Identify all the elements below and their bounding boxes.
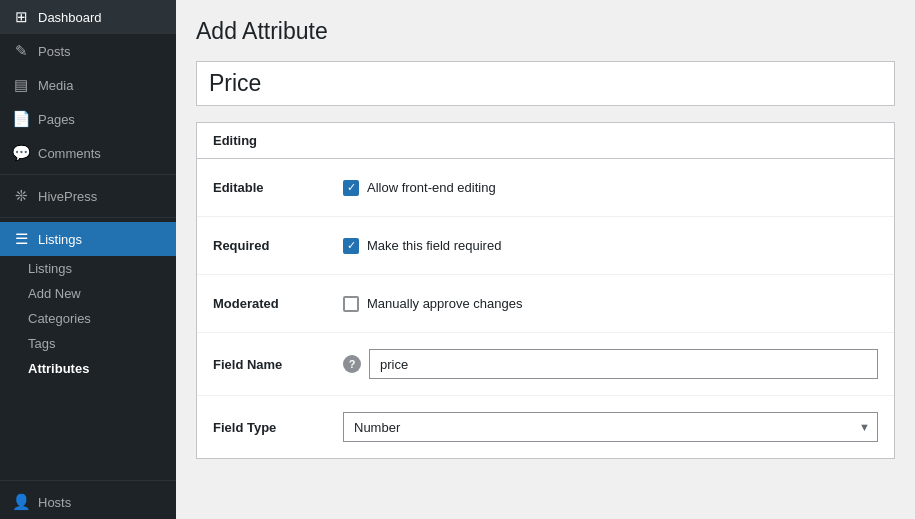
attribute-name-input[interactable] <box>196 61 895 106</box>
required-label: Required <box>213 238 343 253</box>
sidebar-item-label: Comments <box>38 146 101 161</box>
sidebar-sub-item-listings[interactable]: Listings <box>0 256 176 281</box>
active-arrow <box>170 222 176 256</box>
required-control: ✓ Make this field required <box>343 238 878 254</box>
sub-item-label: Add New <box>28 286 81 301</box>
editable-checkbox[interactable]: ✓ <box>343 180 359 196</box>
posts-icon: ✎ <box>12 42 30 60</box>
editing-section: Editing Editable ✓ Allow front-end editi… <box>196 122 895 459</box>
sub-item-label: Listings <box>28 261 72 276</box>
listings-icon: ☰ <box>12 230 30 248</box>
sidebar-divider-2 <box>0 217 176 218</box>
sidebar-divider-3 <box>0 480 176 481</box>
moderated-control: Manually approve changes <box>343 296 878 312</box>
sidebar-item-label: Listings <box>38 232 82 247</box>
field-type-select-wrapper: Number Text Textarea Select Checkbox Dat… <box>343 412 878 442</box>
field-name-control: ? <box>343 349 878 379</box>
comments-icon: 💬 <box>12 144 30 162</box>
sidebar-item-label: Hosts <box>38 495 71 510</box>
page-title: Add Attribute <box>196 18 895 45</box>
editable-checkbox-wrapper: ✓ Allow front-end editing <box>343 180 496 196</box>
sidebar-sub-item-tags[interactable]: Tags <box>0 331 176 356</box>
main-content: Add Attribute Editing Editable ✓ Allow f… <box>176 0 915 519</box>
dashboard-icon: ⊞ <box>12 8 30 26</box>
moderated-checkbox[interactable] <box>343 296 359 312</box>
sidebar-divider <box>0 174 176 175</box>
editable-label: Editable <box>213 180 343 195</box>
sidebar-item-label: Media <box>38 78 73 93</box>
required-checkbox-label: Make this field required <box>367 238 501 253</box>
sidebar-item-media[interactable]: ▤ Media <box>0 68 176 102</box>
sidebar-item-posts[interactable]: ✎ Posts <box>0 34 176 68</box>
sidebar-item-pages[interactable]: 📄 Pages <box>0 102 176 136</box>
sidebar-item-comments[interactable]: 💬 Comments <box>0 136 176 170</box>
sidebar-sub-item-categories[interactable]: Categories <box>0 306 176 331</box>
sidebar-item-hivepress[interactable]: ❊ HivePress <box>0 179 176 213</box>
editable-checkbox-label: Allow front-end editing <box>367 180 496 195</box>
required-checkbox-wrapper: ✓ Make this field required <box>343 238 501 254</box>
sidebar-sub-item-add-new[interactable]: Add New <box>0 281 176 306</box>
field-row-moderated: Moderated Manually approve changes <box>197 275 894 333</box>
field-type-select[interactable]: Number Text Textarea Select Checkbox Dat… <box>343 412 878 442</box>
sidebar-item-dashboard[interactable]: ⊞ Dashboard <box>0 0 176 34</box>
field-row-required: Required ✓ Make this field required <box>197 217 894 275</box>
sub-item-label: Categories <box>28 311 91 326</box>
editable-control: ✓ Allow front-end editing <box>343 180 878 196</box>
sidebar-item-label: Pages <box>38 112 75 127</box>
moderated-checkbox-label: Manually approve changes <box>367 296 522 311</box>
media-icon: ▤ <box>12 76 30 94</box>
checkmark-icon: ✓ <box>347 240 356 251</box>
sidebar-item-label: HivePress <box>38 189 97 204</box>
hivepress-icon: ❊ <box>12 187 30 205</box>
field-row-field-type: Field Type Number Text Textarea Select C… <box>197 396 894 458</box>
field-row-editable: Editable ✓ Allow front-end editing <box>197 159 894 217</box>
sub-item-label: Attributes <box>28 361 89 376</box>
field-name-input[interactable] <box>369 349 878 379</box>
sidebar-item-hosts[interactable]: 👤 Hosts <box>0 485 176 519</box>
pages-icon: 📄 <box>12 110 30 128</box>
help-icon[interactable]: ? <box>343 355 361 373</box>
sidebar-sub-item-attributes[interactable]: Attributes <box>0 356 176 381</box>
required-checkbox[interactable]: ✓ <box>343 238 359 254</box>
sidebar-item-label: Dashboard <box>38 10 102 25</box>
field-type-control: Number Text Textarea Select Checkbox Dat… <box>343 412 878 442</box>
moderated-checkbox-wrapper: Manually approve changes <box>343 296 522 312</box>
sub-item-label: Tags <box>28 336 55 351</box>
field-row-field-name: Field Name ? <box>197 333 894 396</box>
editing-section-header: Editing <box>197 123 894 159</box>
moderated-label: Moderated <box>213 296 343 311</box>
checkmark-icon: ✓ <box>347 182 356 193</box>
hosts-icon: 👤 <box>12 493 30 511</box>
field-type-label: Field Type <box>213 420 343 435</box>
editing-section-body: Editable ✓ Allow front-end editing Requi… <box>197 159 894 458</box>
sidebar: ⊞ Dashboard ✎ Posts ▤ Media 📄 Pages 💬 Co… <box>0 0 176 519</box>
sidebar-item-label: Posts <box>38 44 71 59</box>
sidebar-item-listings[interactable]: ☰ Listings <box>0 222 176 256</box>
field-name-label: Field Name <box>213 357 343 372</box>
